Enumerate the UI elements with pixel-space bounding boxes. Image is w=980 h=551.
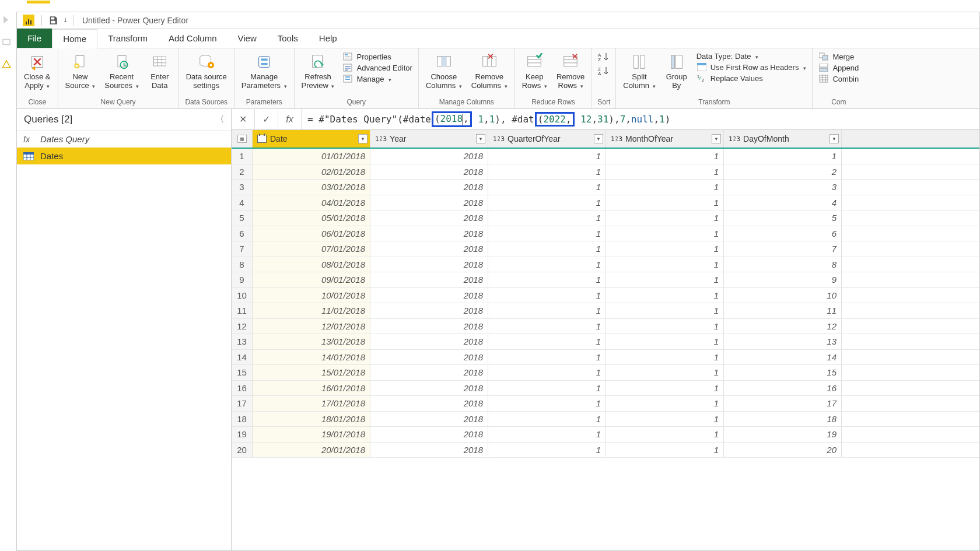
recent-sources-button[interactable]: Recent Sources [101, 51, 142, 92]
cell-day[interactable]: 12 [724, 319, 842, 334]
remove-columns-button[interactable]: Remove Columns [468, 51, 511, 92]
col-header-quarter[interactable]: 123 QuarterOfYear ▼ [488, 130, 606, 148]
group-by-button[interactable]: Group By [662, 51, 692, 92]
cell-month[interactable]: 1 [606, 319, 724, 334]
cell-month[interactable]: 1 [606, 164, 724, 180]
cell-day[interactable]: 8 [724, 257, 842, 272]
cell-quarter[interactable]: 1 [488, 210, 606, 226]
cell-quarter[interactable]: 1 [488, 334, 606, 349]
cell-quarter[interactable]: 1 [488, 149, 606, 164]
cell-year[interactable]: 2018 [370, 226, 488, 241]
cell-month[interactable]: 1 [606, 412, 724, 427]
col-header-date[interactable]: Date ▼ [253, 130, 370, 148]
cell-year[interactable]: 2018 [370, 272, 488, 287]
cell-quarter[interactable]: 1 [488, 241, 606, 257]
cell-date[interactable]: 07/01/2018 [253, 241, 370, 257]
cell-date[interactable]: 16/01/2018 [253, 381, 370, 396]
cell-month[interactable]: 1 [606, 350, 724, 365]
cell-year[interactable]: 2018 [370, 210, 488, 226]
cell-day[interactable]: 2 [724, 164, 842, 180]
cell-year[interactable]: 2018 [370, 427, 488, 442]
cell-year[interactable]: 2018 [370, 443, 488, 458]
cell-day[interactable]: 4 [724, 195, 842, 210]
properties-button[interactable]: Properties [342, 52, 412, 61]
cell-day[interactable]: 1 [724, 149, 842, 164]
query-item[interactable]: Dates [17, 148, 231, 164]
cell-year[interactable]: 2018 [370, 257, 488, 272]
cell-quarter[interactable]: 1 [488, 381, 606, 396]
cell-date[interactable]: 08/01/2018 [253, 257, 370, 272]
tab-view[interactable]: View [228, 29, 267, 48]
remove-rows-button[interactable]: Remove Rows [553, 51, 588, 92]
table-row[interactable]: 303/01/20182018113 [232, 180, 979, 195]
cell-quarter[interactable]: 1 [488, 226, 606, 241]
table-row[interactable]: 1515/01/201820181115 [232, 365, 979, 381]
cell-quarter[interactable]: 1 [488, 427, 606, 442]
cell-day[interactable]: 6 [724, 226, 842, 241]
cell-quarter[interactable]: 1 [488, 180, 606, 195]
table-row[interactable]: 909/01/20182018119 [232, 272, 979, 288]
cell-year[interactable]: 2018 [370, 195, 488, 210]
cell-date[interactable]: 05/01/2018 [253, 210, 370, 226]
fx-icon[interactable]: fx [278, 109, 302, 129]
cell-year[interactable]: 2018 [370, 381, 488, 396]
cell-quarter[interactable]: 1 [488, 288, 606, 303]
commit-formula-button[interactable]: ✓ [255, 109, 278, 129]
cell-day[interactable]: 7 [724, 241, 842, 257]
cell-date[interactable]: 15/01/2018 [253, 365, 370, 380]
qat-dropdown[interactable]: ⤓ [63, 17, 68, 23]
cell-quarter[interactable]: 1 [488, 396, 606, 411]
cell-month[interactable]: 1 [606, 334, 724, 349]
table-row[interactable]: 808/01/20182018118 [232, 257, 979, 273]
cell-year[interactable]: 2018 [370, 319, 488, 334]
query-item[interactable]: fxDates Query [17, 131, 231, 148]
cell-day[interactable]: 14 [724, 350, 842, 365]
refresh-preview-button[interactable]: Refresh Preview [298, 51, 338, 92]
table-row[interactable]: 1212/01/201820181112 [232, 319, 979, 335]
table-row[interactable]: 404/01/20182018114 [232, 195, 979, 211]
combine-files-button[interactable]: Combin [818, 74, 859, 83]
col-header-month[interactable]: 123 MonthOfYear ▼ [606, 130, 724, 148]
col-filter-year[interactable]: ▼ [476, 134, 485, 143]
cell-quarter[interactable]: 1 [488, 272, 606, 287]
cell-date[interactable]: 12/01/2018 [253, 319, 370, 334]
cell-day[interactable]: 5 [724, 210, 842, 226]
tab-home[interactable]: Home [52, 29, 97, 48]
col-filter-date[interactable]: ▼ [358, 134, 368, 143]
data-source-settings-button[interactable]: Data source settings [183, 51, 230, 92]
cell-day[interactable]: 3 [724, 180, 842, 195]
cell-month[interactable]: 1 [606, 241, 724, 257]
cell-date[interactable]: 03/01/2018 [253, 180, 370, 195]
sort-desc-button[interactable]: ZA [598, 66, 610, 76]
cell-day[interactable]: 10 [724, 288, 842, 303]
corner-cell[interactable]: ▦ [232, 130, 253, 148]
cell-month[interactable]: 1 [606, 427, 724, 442]
sort-asc-button[interactable]: AZ [598, 52, 610, 62]
cell-year[interactable]: 2018 [370, 396, 488, 411]
cell-quarter[interactable]: 1 [488, 443, 606, 458]
table-row[interactable]: 101/01/20182018111 [232, 149, 979, 164]
save-icon[interactable] [48, 15, 58, 26]
table-row[interactable]: 1414/01/201820181114 [232, 350, 979, 366]
cell-month[interactable]: 1 [606, 149, 724, 164]
cell-date[interactable]: 10/01/2018 [253, 288, 370, 303]
formula-input[interactable]: = #"Dates Query"(#date (2018, 1, 1), #da… [302, 109, 979, 129]
cell-date[interactable]: 06/01/2018 [253, 226, 370, 241]
col-header-year[interactable]: 123 Year ▼ [370, 130, 488, 148]
cell-quarter[interactable]: 1 [488, 350, 606, 365]
col-filter-day[interactable]: ▼ [830, 134, 839, 143]
table-row[interactable]: 707/01/20182018117 [232, 241, 979, 257]
tab-tools[interactable]: Tools [267, 29, 309, 48]
table-row[interactable]: 202/01/20182018112 [232, 164, 979, 180]
cancel-formula-button[interactable]: ✕ [232, 109, 255, 129]
tab-file[interactable]: File [17, 29, 52, 48]
append-queries-button[interactable]: Append [818, 63, 859, 72]
cell-month[interactable]: 1 [606, 257, 724, 272]
cell-month[interactable]: 1 [606, 365, 724, 380]
cell-year[interactable]: 2018 [370, 149, 488, 164]
cell-year[interactable]: 2018 [370, 180, 488, 195]
table-row[interactable]: 1919/01/201820181119 [232, 427, 979, 443]
cell-month[interactable]: 1 [606, 195, 724, 210]
manage-query-button[interactable]: Manage [342, 74, 412, 83]
data-type-button[interactable]: Data Type: Date [696, 52, 807, 61]
